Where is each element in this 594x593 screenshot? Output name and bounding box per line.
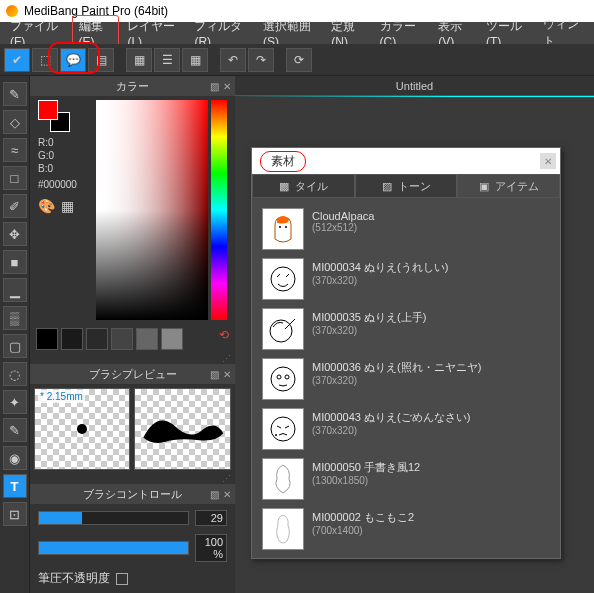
tone-icon: ▨: [382, 180, 394, 192]
refresh-icon[interactable]: ⟲: [219, 328, 229, 350]
panel-close-icon[interactable]: ✕: [223, 489, 231, 500]
color-panel-header: カラー ▧ ✕: [30, 76, 235, 96]
material-dim: (370x320): [312, 275, 448, 286]
brush-control-header: ブラシコントロール ▧ ✕: [30, 484, 235, 504]
material-item[interactable]: MI000002 もこもこ2(700x1400): [258, 504, 554, 554]
opacity-value[interactable]: 100 %: [195, 534, 227, 562]
material-item[interactable]: MI000050 手書き風12(1300x1850): [258, 454, 554, 504]
tool-eyedrop[interactable]: ◉: [3, 446, 27, 470]
toolbar: ✔ ⬚ 💬 ▤ ▦ ☰ ▦ ↶ ↷ ⟳: [0, 44, 594, 76]
swatch[interactable]: [86, 328, 108, 350]
brush-preview-header: ブラシプレビュー ▧ ✕: [30, 364, 235, 384]
material-list[interactable]: CloudAlpaca(512x512) MI000034 ぬりえ(うれしい)(…: [252, 198, 560, 558]
swatch[interactable]: [36, 328, 58, 350]
material-name: CloudAlpaca: [312, 210, 374, 222]
material-item[interactable]: MI000035 ぬりえ(上手)(370x320): [258, 304, 554, 354]
color-panel-title: カラー: [116, 79, 149, 94]
tool-wand[interactable]: ✦: [3, 390, 27, 414]
toolbar-btn-box[interactable]: ⬚: [32, 48, 58, 72]
panel-popout-icon[interactable]: ▧: [210, 81, 219, 92]
material-name: MI000050 手書き風12: [312, 460, 420, 475]
material-item[interactable]: MI000034 ぬりえ(うれしい)(370x320): [258, 254, 554, 304]
material-thumb: [262, 308, 304, 350]
panel-popout-icon[interactable]: ▧: [210, 489, 219, 500]
tool-move[interactable]: ✥: [3, 222, 27, 246]
toolbar-btn-redo[interactable]: ↷: [248, 48, 274, 72]
toolbar-btn-grid[interactable]: ▦: [182, 48, 208, 72]
close-icon[interactable]: ✕: [540, 153, 556, 169]
material-tab-item[interactable]: ▣アイテム: [457, 174, 560, 198]
tool-gradient[interactable]: ▁: [3, 278, 27, 302]
panel-popout-icon[interactable]: ▧: [210, 369, 219, 380]
material-item[interactable]: MI000036 ぬりえ(照れ・ニヤニヤ)(370x320): [258, 354, 554, 404]
material-thumb: [262, 458, 304, 500]
tool-pen[interactable]: ✐: [3, 194, 27, 218]
tool-shape[interactable]: □: [3, 166, 27, 190]
toolbar-btn-loading[interactable]: ⟳: [286, 48, 312, 72]
material-panel-title: 素材: [260, 151, 306, 172]
swatch[interactable]: [111, 328, 133, 350]
swatch[interactable]: [61, 328, 83, 350]
toolbar-btn-layers[interactable]: ☰: [154, 48, 180, 72]
image-icon: ▣: [479, 180, 491, 192]
tool-bucket[interactable]: ▒: [3, 306, 27, 330]
brush-size-label: * 2.15mm: [38, 390, 85, 403]
swatch[interactable]: [161, 328, 183, 350]
pressure-opacity-checkbox[interactable]: [116, 573, 128, 585]
tool-text[interactable]: T: [3, 474, 27, 498]
material-tab-tone[interactable]: ▨トーン: [355, 174, 458, 198]
brush-stroke-preview: [134, 388, 232, 470]
tool-lasso[interactable]: ◌: [3, 362, 27, 386]
toolbar-btn-chatlines[interactable]: ▤: [88, 48, 114, 72]
material-thumb: [262, 508, 304, 550]
toolbar-btn-check[interactable]: ✔: [4, 48, 30, 72]
tool-palette: ✎ ◇ ≈ □ ✐ ✥ ■ ▁ ▒ ▢ ◌ ✦ ✎ ◉ T ⊡: [0, 76, 30, 593]
tile-icon: ▩: [279, 180, 291, 192]
brush-size-value[interactable]: 29: [195, 510, 227, 526]
canvas[interactable]: 素材 ✕ ▩タイル ▨トーン ▣アイテム CloudAlpaca(512x512…: [235, 97, 594, 593]
hue-slider[interactable]: [211, 100, 227, 320]
toolbar-btn-chat[interactable]: 💬: [60, 48, 86, 72]
tool-eraser[interactable]: ◇: [3, 110, 27, 134]
panel-close-icon[interactable]: ✕: [223, 81, 231, 92]
material-name: MI000002 もこもこ2: [312, 510, 414, 525]
document-tab[interactable]: Untitled: [235, 76, 594, 96]
material-name: MI000035 ぬりえ(上手): [312, 310, 426, 325]
opacity-slider[interactable]: [38, 541, 189, 555]
color-swatches[interactable]: [38, 100, 70, 132]
svg-rect-5: [263, 309, 303, 349]
material-item[interactable]: CloudAlpaca(512x512): [258, 204, 554, 254]
material-dim: (512x512): [312, 222, 374, 233]
palette-grid-icon[interactable]: ▦: [61, 198, 74, 214]
swatch[interactable]: [136, 328, 158, 350]
material-item[interactable]: MI000043 ぬりえ(ごめんなさい)(370x320): [258, 404, 554, 454]
svg-point-13: [275, 434, 277, 436]
hex-readout: #000000: [34, 179, 92, 190]
material-panel-titlebar[interactable]: 素材 ✕: [252, 148, 560, 174]
material-dim: (700x1400): [312, 525, 414, 536]
color-field[interactable]: [96, 100, 208, 320]
tool-fill-rect[interactable]: ■: [3, 250, 27, 274]
material-name: MI000036 ぬりえ(照れ・ニヤニヤ): [312, 360, 481, 375]
brush-size-slider[interactable]: [38, 511, 189, 525]
fg-color-swatch[interactable]: [38, 100, 58, 120]
material-tab-tile[interactable]: ▩タイル: [252, 174, 355, 198]
toolbar-btn-doc[interactable]: ▦: [126, 48, 152, 72]
material-panel: 素材 ✕ ▩タイル ▨トーン ▣アイテム CloudAlpaca(512x512…: [251, 147, 561, 559]
tool-select-rect[interactable]: ▢: [3, 334, 27, 358]
material-dim: (370x320): [312, 325, 426, 336]
toolbar-btn-undo[interactable]: ↶: [220, 48, 246, 72]
svg-rect-7: [263, 359, 303, 399]
material-thumb: [262, 208, 304, 250]
tool-brush[interactable]: ✎: [3, 82, 27, 106]
menubar: ファイル(F) 編集(E) レイヤー(L) フィルタ(R) 選択範囲(S) 定規…: [0, 22, 594, 44]
palette-wheel-icon[interactable]: 🎨: [38, 198, 55, 214]
tool-smudge[interactable]: ≈: [3, 138, 27, 162]
pressure-opacity-label: 筆圧不透明度: [38, 570, 110, 587]
panel-close-icon[interactable]: ✕: [223, 369, 231, 380]
tool-pen2[interactable]: ✎: [3, 418, 27, 442]
resize-grip-icon[interactable]: ⋰: [30, 354, 235, 364]
material-dim: (370x320): [312, 425, 470, 436]
resize-grip-icon[interactable]: ⋰: [30, 474, 235, 484]
tool-crop[interactable]: ⊡: [3, 502, 27, 526]
